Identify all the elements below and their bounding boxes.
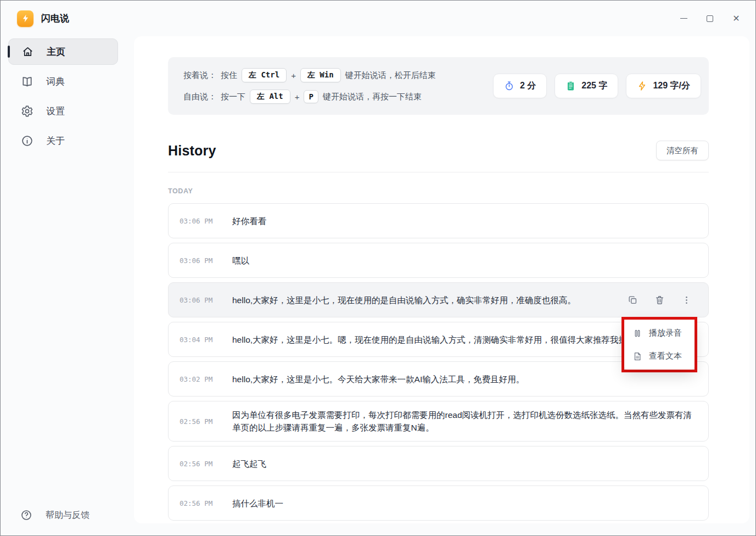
sidebar-item-help-feedback[interactable]: 帮助与反馈 bbox=[20, 509, 89, 521]
maximize-icon[interactable] bbox=[701, 10, 719, 27]
sidebar-item-settings[interactable]: 设置 bbox=[8, 98, 118, 124]
sidebar-item-dictionary[interactable]: 词典 bbox=[8, 68, 118, 94]
clear-all-button[interactable]: 清空所有 bbox=[656, 141, 709, 160]
plus-separator: + bbox=[295, 92, 300, 102]
stat-badges: 2 分 225 字 bbox=[493, 74, 701, 98]
hotkey-suffix: 键开始说话，再按一下结束 bbox=[323, 92, 422, 102]
close-icon[interactable]: ✕ bbox=[727, 10, 746, 27]
stat-duration-value: 2 分 bbox=[520, 80, 536, 92]
trash-icon[interactable] bbox=[651, 291, 668, 309]
hotkey-instructions: 按着说：按住 左 Ctrl + 左 Win 键开始说话，松开后结束 自由说：按一… bbox=[183, 68, 436, 104]
sidebar: 主页 词典 设置 关于 帮助与反馈 bbox=[1, 36, 134, 535]
help-icon bbox=[20, 509, 32, 521]
home-icon bbox=[21, 45, 34, 58]
divider bbox=[168, 172, 709, 172]
info-icon bbox=[20, 134, 33, 147]
sidebar-item-home[interactable]: 主页 bbox=[8, 38, 118, 65]
history-entry[interactable]: 02:56 PM 因为单位有很多电子发票需要打印，每次打印都需要用的read阅读… bbox=[168, 401, 709, 442]
entry-text: 好你看看 bbox=[232, 215, 697, 227]
entry-text: 因为单位有很多电子发票需要打印，每次打印都需要用的read阅读机打开，选打印机选… bbox=[232, 409, 697, 434]
stat-word-count: 225 字 bbox=[555, 74, 618, 98]
clipboard-icon bbox=[565, 81, 576, 91]
sidebar-item-label: 主页 bbox=[47, 46, 65, 58]
entry-timestamp: 02:56 PM bbox=[180, 499, 218, 507]
sidebar-footer-label: 帮助与反馈 bbox=[46, 510, 89, 521]
timer-icon bbox=[504, 81, 514, 91]
hotkey-line-hold-to-talk: 按着说：按住 左 Ctrl + 左 Win 键开始说话，松开后结束 bbox=[183, 68, 436, 82]
lightning-icon bbox=[637, 81, 647, 91]
gear-icon bbox=[20, 104, 33, 118]
history-entry[interactable]: 03:06 PM 好你看看 bbox=[168, 203, 709, 238]
hotkey-action-label: 按一下 bbox=[221, 92, 245, 102]
entry-timestamp: 03:06 PM bbox=[180, 256, 218, 265]
sidebar-item-label: 设置 bbox=[46, 105, 65, 118]
hotkey-mode-label: 按着说： bbox=[183, 70, 216, 81]
history-list: 03:06 PM 好你看看 03:06 PM 嘿以 03:06 PM hello… bbox=[168, 203, 709, 521]
menu-item-play-recording[interactable]: 播放录音 bbox=[632, 328, 685, 338]
more-icon[interactable] bbox=[677, 291, 695, 309]
stat-word-count-value: 225 字 bbox=[581, 80, 607, 92]
history-header: History 清空所有 bbox=[168, 141, 709, 160]
menu-item-label: 查看文本 bbox=[649, 351, 682, 361]
view-text-icon bbox=[632, 351, 642, 361]
book-icon bbox=[20, 75, 33, 88]
entry-text: 搞什么非机一 bbox=[232, 497, 697, 510]
entry-text: hello,大家好，这里是小七，现在使用的是自由说输入方式，确实非常好用，准确度… bbox=[232, 294, 612, 306]
entry-timestamp: 02:56 PM bbox=[180, 417, 218, 426]
key-left-win: 左 Win bbox=[300, 68, 341, 82]
menu-item-label: 播放录音 bbox=[649, 328, 682, 338]
hotkey-action-label: 按住 bbox=[221, 70, 237, 81]
window-controls: ✕ bbox=[674, 10, 755, 27]
stat-speed: 129 字/分 bbox=[626, 74, 701, 98]
copy-icon[interactable] bbox=[624, 291, 641, 309]
annotation-highlight-box: 播放录音 查看文本 bbox=[621, 317, 697, 372]
entry-timestamp: 03:06 PM bbox=[180, 296, 218, 304]
sidebar-item-about[interactable]: 关于 bbox=[8, 127, 118, 154]
play-recording-icon bbox=[632, 328, 642, 338]
plus-separator: + bbox=[291, 71, 296, 80]
entry-text: hello,大家好，这里是小七。今天给大家带来一款AI输入法工具，免费且好用。 bbox=[232, 373, 697, 386]
hotkey-mode-label: 自由说： bbox=[183, 92, 216, 102]
history-entry[interactable]: 02:56 PM 搞什么非机一 bbox=[168, 485, 709, 521]
key-left-alt: 左 Alt bbox=[250, 90, 290, 104]
entry-timestamp: 02:56 PM bbox=[180, 460, 218, 468]
main-panel: 按着说：按住 左 Ctrl + 左 Win 键开始说话，松开后结束 自由说：按一… bbox=[134, 36, 749, 523]
app-title: 闪电说 bbox=[41, 12, 69, 25]
history-group-label: TODAY bbox=[168, 187, 709, 195]
titlebar: 闪电说 ✕ bbox=[1, 1, 755, 36]
app-logo-lightning-icon bbox=[17, 10, 33, 27]
history-entry[interactable]: 03:06 PM 嘿以 bbox=[168, 243, 709, 278]
stat-duration: 2 分 bbox=[493, 74, 547, 98]
entry-context-menu: 播放录音 查看文本 bbox=[624, 320, 695, 370]
app-window: { "window": { "title": "闪电说", "controls"… bbox=[0, 0, 756, 536]
sidebar-item-label: 词典 bbox=[46, 75, 65, 88]
entry-timestamp: 03:06 PM bbox=[180, 217, 218, 225]
minimize-icon[interactable] bbox=[674, 10, 693, 27]
sidebar-item-label: 关于 bbox=[46, 135, 65, 147]
history-entry[interactable]: 02:56 PM 起飞起飞 bbox=[168, 446, 709, 481]
page-title: History bbox=[168, 143, 216, 159]
hotkey-panel: 按着说：按住 左 Ctrl + 左 Win 键开始说话，松开后结束 自由说：按一… bbox=[168, 57, 709, 115]
entry-timestamp: 03:04 PM bbox=[180, 336, 218, 344]
history-entry-hovered[interactable]: 03:06 PM hello,大家好，这里是小七，现在使用的是自由说输入方式，确… bbox=[168, 282, 709, 317]
entry-timestamp: 03:02 PM bbox=[180, 375, 218, 383]
key-left-ctrl: 左 Ctrl bbox=[242, 68, 287, 82]
menu-item-view-text[interactable]: 查看文本 bbox=[632, 351, 685, 361]
hotkey-suffix: 键开始说话，松开后结束 bbox=[345, 70, 436, 81]
stat-speed-value: 129 字/分 bbox=[653, 80, 690, 92]
key-p: P bbox=[304, 90, 318, 103]
entry-text: 起飞起飞 bbox=[232, 457, 697, 470]
entry-actions bbox=[624, 291, 697, 309]
hotkey-line-free-talk: 自由说：按一下 左 Alt + P 键开始说话，再按一下结束 bbox=[183, 90, 436, 104]
entry-text: 嘿以 bbox=[232, 254, 697, 267]
